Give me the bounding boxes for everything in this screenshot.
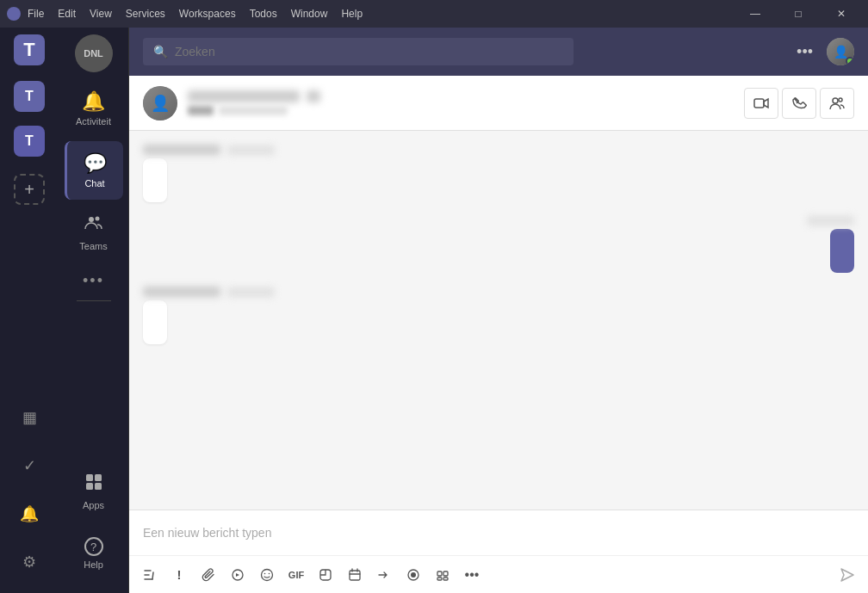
gif-icon: GIF (288, 570, 304, 580)
gif-button[interactable]: GIF (282, 561, 310, 589)
help-icon: ? (84, 537, 103, 556)
svg-point-12 (269, 572, 270, 574)
urgent-icon: ! (177, 567, 182, 582)
urgent-button[interactable]: ! (165, 561, 193, 589)
svg-point-0 (89, 217, 94, 222)
message-meta-3 (143, 287, 275, 297)
message-meta-1 (143, 145, 275, 155)
menu-edit[interactable]: Edit (58, 8, 76, 20)
rail-tasks[interactable]: ✓ (9, 445, 50, 486)
close-button[interactable]: ✕ (822, 0, 861, 28)
add-workspace-icon: + (14, 174, 45, 205)
svg-rect-5 (95, 483, 102, 490)
sidebar-divider (77, 300, 111, 301)
app-icon (7, 7, 21, 21)
emoji-button[interactable] (253, 561, 281, 589)
chat-icon: 💬 (84, 152, 107, 175)
svg-rect-2 (86, 474, 93, 481)
send-button[interactable] (834, 561, 861, 589)
topbar-right: ••• 👤 (790, 38, 854, 65)
attach-button[interactable] (195, 561, 222, 589)
svg-point-1 (95, 217, 99, 221)
sidebar-more-button[interactable]: ••• (83, 272, 104, 290)
teams-icon (84, 213, 103, 238)
sidebar-item-teams[interactable]: Teams (65, 203, 123, 262)
rail-notifications[interactable]: 🔔 (9, 493, 50, 534)
svg-rect-18 (443, 571, 448, 576)
search-input[interactable] (175, 45, 563, 59)
message-composer: Een nieuw bericht typen ! (129, 510, 868, 593)
record-button[interactable] (400, 561, 427, 589)
svg-rect-17 (437, 571, 442, 576)
message-time-1 (227, 145, 275, 155)
video-call-button[interactable] (744, 88, 778, 119)
topbar-more-button[interactable]: ••• (790, 40, 820, 65)
format-button[interactable] (136, 561, 164, 589)
meet-button[interactable] (224, 561, 251, 589)
search-icon: 🔍 (153, 45, 168, 59)
rail-app-icon[interactable]: T (14, 34, 45, 65)
rail-add-workspace[interactable]: + (9, 169, 50, 210)
message-time-2 (807, 216, 854, 225)
more-options-button[interactable]: ••• (458, 561, 486, 589)
app-body: T T T + ▦ ✓ 🔔 ⚙ DNL (0, 28, 868, 593)
svg-rect-4 (86, 483, 93, 490)
sidebar-item-help[interactable]: ? Help (65, 524, 123, 583)
team-avatar-1: T (14, 81, 45, 112)
settings-icon: ⚙ (22, 553, 36, 571)
menu-todos[interactable]: Todos (250, 8, 277, 20)
chat-container: 👤 (129, 76, 868, 593)
teams-label: Teams (79, 241, 107, 251)
composer-input-area[interactable]: Een nieuw bericht typen (129, 510, 868, 555)
titlebar: File Edit View Services Workspaces Todos… (0, 0, 868, 28)
rail-team-1[interactable]: T (9, 76, 50, 117)
apps-sidebar-label: Apps (83, 500, 104, 510)
menu-services[interactable]: Services (126, 8, 165, 20)
avatar-initials: DNL (75, 34, 113, 72)
loop-button[interactable] (429, 561, 456, 589)
message-group-3 (143, 287, 854, 344)
sticker-button[interactable] (312, 561, 339, 589)
message-meta-2 (807, 216, 854, 225)
help-label: Help (84, 559, 103, 570)
team-avatar-2: T (14, 126, 45, 157)
contact-name (188, 90, 300, 102)
rail-settings[interactable]: ⚙ (9, 541, 50, 583)
message-bubble-2 (830, 229, 854, 273)
composer-placeholder: Een nieuw bericht typen (143, 526, 854, 540)
apps-icon: ▦ (22, 408, 37, 427)
rail-bottom: ▦ ✓ 🔔 ⚙ (9, 397, 50, 586)
message-time-3 (227, 287, 275, 297)
menu-view[interactable]: View (90, 8, 112, 20)
menu-help[interactable]: Help (341, 8, 363, 20)
menu-workspaces[interactable]: Workspaces (179, 8, 236, 20)
sidebar-item-chat[interactable]: 💬 Chat (65, 141, 123, 200)
rail-apps[interactable]: ▦ (9, 397, 50, 438)
message-group-2 (143, 216, 854, 273)
svg-rect-6 (754, 99, 764, 108)
rail-team-2[interactable]: T (9, 120, 50, 162)
window-controls: — □ ✕ (735, 0, 861, 28)
minimize-button[interactable]: — (735, 0, 775, 28)
sidebar-item-apps[interactable]: Apps (65, 462, 123, 521)
send-later-button[interactable] (370, 561, 398, 589)
more-options-icon: ••• (465, 567, 480, 583)
sidebar-item-activity[interactable]: 🔔 Activiteit (65, 79, 123, 138)
participants-button[interactable] (820, 88, 854, 119)
composer-toolbar: ! (129, 555, 868, 593)
workspace-rail: T T T + ▦ ✓ 🔔 ⚙ (0, 28, 59, 593)
search-box[interactable]: 🔍 (143, 38, 574, 65)
user-avatar[interactable]: 👤 (827, 38, 854, 65)
audio-call-button[interactable] (782, 88, 816, 119)
menu-file[interactable]: File (28, 8, 44, 20)
notifications-icon: 🔔 (20, 504, 39, 523)
maximize-button[interactable]: □ (778, 0, 818, 28)
activity-icon: 🔔 (82, 90, 105, 113)
sidebar-user-avatar[interactable]: DNL (75, 34, 113, 72)
activity-label: Activiteit (76, 116, 111, 127)
schedule-button[interactable] (341, 561, 369, 589)
contact-info (188, 90, 744, 115)
svg-rect-3 (95, 474, 102, 481)
sidebar-apps-icon (84, 473, 103, 497)
menu-window[interactable]: Window (291, 8, 328, 20)
